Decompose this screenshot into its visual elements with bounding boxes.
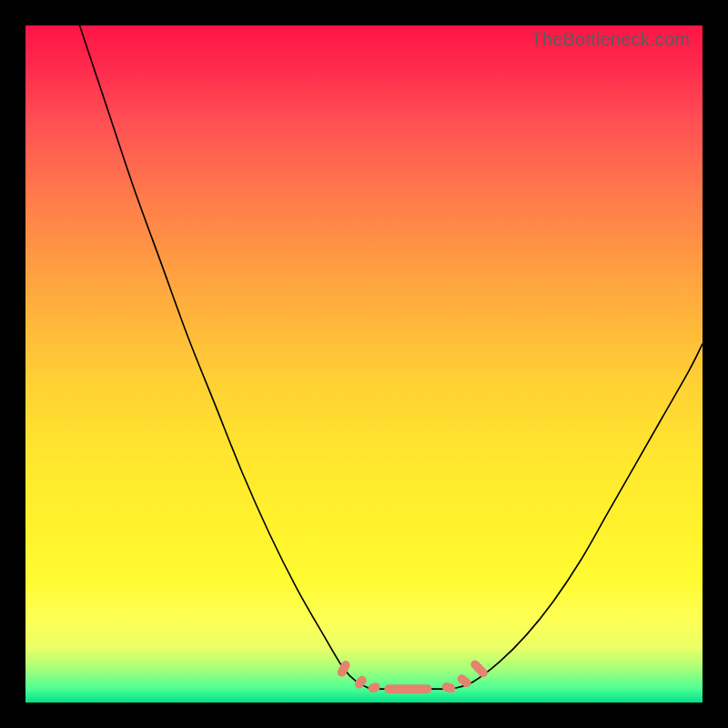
svg-rect-1 — [353, 674, 369, 691]
svg-rect-5 — [456, 672, 473, 689]
chart-frame: TheBottleneck.com — [0, 0, 728, 728]
bottleneck-curve — [80, 25, 703, 690]
svg-rect-2 — [367, 682, 381, 694]
svg-rect-4 — [440, 682, 456, 694]
curve-layer — [25, 25, 703, 703]
svg-rect-3 — [384, 684, 431, 693]
chart-plot-area: TheBottleneck.com — [25, 25, 703, 703]
curve-dash-markers — [336, 658, 490, 693]
svg-rect-6 — [469, 658, 489, 679]
